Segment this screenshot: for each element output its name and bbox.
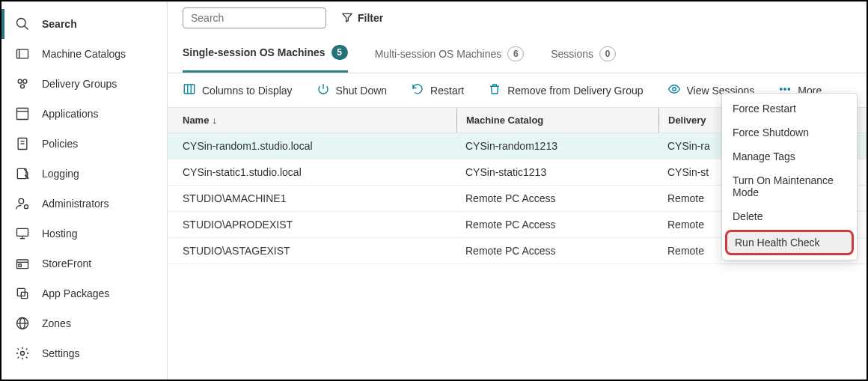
svg-point-34 <box>788 88 789 90</box>
menu-force-restart[interactable]: Force Restart <box>722 97 857 121</box>
sidebar-item-delivery-groups[interactable]: Delivery Groups <box>1 69 167 99</box>
tab-label: Sessions <box>551 48 593 60</box>
cell-name: STUDIO\AMACHINE1 <box>168 186 456 211</box>
sidebar-item-label: Settings <box>42 347 80 359</box>
cell-catalog: Remote PC Access <box>456 238 658 263</box>
sidebar-item-policies[interactable]: Policies <box>1 129 167 159</box>
action-restart[interactable]: Restart <box>411 82 464 98</box>
groups-icon <box>15 76 30 91</box>
tabs: Single-session OS Machines 5 Multi-sessi… <box>168 34 867 73</box>
menu-maintenance-mode[interactable]: Turn On Maintenance Mode <box>722 168 857 204</box>
svg-point-6 <box>21 85 25 88</box>
sidebar-item-label: Logging <box>42 168 79 180</box>
packages-icon <box>15 286 30 301</box>
columns-icon <box>183 82 196 98</box>
sidebar-item-storefront[interactable]: StoreFront <box>1 249 167 278</box>
action-shutdown[interactable]: Shut Down <box>317 82 387 98</box>
svg-rect-21 <box>19 264 21 266</box>
tab-count-badge: 0 <box>599 46 616 61</box>
restart-icon <box>411 82 424 98</box>
menu-delete[interactable]: Delete <box>722 204 857 228</box>
tab-sessions[interactable]: Sessions 0 <box>551 34 616 73</box>
cell-catalog: Remote PC Access <box>456 212 658 237</box>
svg-point-15 <box>25 205 28 209</box>
cell-name: CYSin-static1.studio.local <box>168 159 456 185</box>
sort-arrow-icon: ↓ <box>212 115 217 126</box>
search-input[interactable] <box>183 7 326 28</box>
action-remove[interactable]: Remove from Delivery Group <box>488 82 643 98</box>
svg-line-1 <box>25 26 28 30</box>
filter-button[interactable]: Filter <box>341 11 383 25</box>
sidebar-item-administrators[interactable]: Administrators <box>1 189 167 219</box>
tab-multi-session[interactable]: Multi-session OS Machines 6 <box>375 34 525 73</box>
sidebar-item-settings[interactable]: Settings <box>1 338 167 368</box>
search-icon <box>15 16 30 31</box>
sidebar-item-logging[interactable]: Logging <box>1 159 167 189</box>
tab-count-badge: 6 <box>507 46 524 61</box>
svg-point-14 <box>19 198 24 204</box>
svg-point-32 <box>780 88 782 90</box>
svg-point-0 <box>17 19 26 28</box>
sidebar-item-label: Hosting <box>42 228 77 240</box>
tab-label: Multi-session OS Machines <box>375 48 502 60</box>
tab-label: Single-session OS Machines <box>183 46 326 58</box>
main-content: Filter Single-session OS Machines 5 Mult… <box>168 1 867 380</box>
sidebar-item-applications[interactable]: Applications <box>1 99 167 129</box>
admins-icon <box>15 196 30 211</box>
policies-icon <box>15 136 30 151</box>
tab-single-session[interactable]: Single-session OS Machines 5 <box>183 34 348 73</box>
menu-run-health-check[interactable]: Run Health Check <box>725 230 854 255</box>
sidebar-item-zones[interactable]: Zones <box>1 308 167 338</box>
filter-icon <box>341 11 353 25</box>
eye-icon <box>667 82 681 98</box>
cell-name: STUDIO\ASTAGEXIST <box>168 238 456 263</box>
svg-point-31 <box>672 88 676 91</box>
svg-point-4 <box>18 79 22 83</box>
more-menu: Force Restart Force Shutdown Manage Tags… <box>721 93 858 260</box>
menu-manage-tags[interactable]: Manage Tags <box>722 144 857 168</box>
settings-icon <box>15 346 30 361</box>
sidebar-item-label: Administrators <box>42 198 109 210</box>
column-name[interactable]: Name↓ <box>168 108 456 132</box>
cell-name: STUDIO\APRODEXIST <box>168 212 456 237</box>
cell-catalog: Remote PC Access <box>456 186 658 211</box>
column-catalog[interactable]: Machine Catalog <box>456 108 658 132</box>
sidebar-item-machine-catalogs[interactable]: Machine Catalogs <box>1 39 167 69</box>
zones-icon <box>15 316 30 331</box>
sidebar-item-label: StoreFront <box>42 257 91 269</box>
topbar: Filter <box>168 1 867 34</box>
filter-label: Filter <box>358 12 383 24</box>
storefront-icon <box>15 256 30 271</box>
catalogs-icon <box>15 46 30 61</box>
action-columns[interactable]: Columns to Display <box>183 82 293 98</box>
cell-catalog: CYSin-random1213 <box>456 133 658 159</box>
applications-icon <box>15 106 30 121</box>
sidebar: Search Machine Catalogs Delivery Groups … <box>1 1 168 380</box>
sidebar-item-hosting[interactable]: Hosting <box>1 219 167 249</box>
svg-rect-16 <box>17 228 28 236</box>
svg-line-13 <box>25 175 28 179</box>
svg-point-27 <box>21 352 25 356</box>
sidebar-item-label: Applications <box>42 108 99 120</box>
sidebar-item-search[interactable]: Search <box>1 9 167 39</box>
action-label: Restart <box>430 85 464 97</box>
sidebar-item-label: Zones <box>42 317 71 329</box>
sidebar-item-app-packages[interactable]: App Packages <box>1 278 167 308</box>
svg-rect-7 <box>17 109 28 120</box>
svg-rect-2 <box>17 49 28 58</box>
sidebar-item-label: Policies <box>42 138 78 150</box>
action-label: Remove from Delivery Group <box>507 85 643 97</box>
tab-count-badge: 5 <box>331 45 348 60</box>
sidebar-item-label: App Packages <box>42 287 109 299</box>
action-label: Shut Down <box>336 85 387 97</box>
sidebar-item-label: Search <box>42 18 77 30</box>
svg-rect-28 <box>184 85 195 94</box>
hosting-icon <box>15 226 30 241</box>
logging-icon <box>15 166 30 181</box>
menu-force-shutdown[interactable]: Force Shutdown <box>722 121 857 144</box>
trash-icon <box>488 82 501 98</box>
sidebar-item-label: Machine Catalogs <box>42 48 126 60</box>
cell-catalog: CYSin-static1213 <box>456 159 658 185</box>
action-label: Columns to Display <box>202 85 293 97</box>
sidebar-item-label: Delivery Groups <box>42 78 117 90</box>
